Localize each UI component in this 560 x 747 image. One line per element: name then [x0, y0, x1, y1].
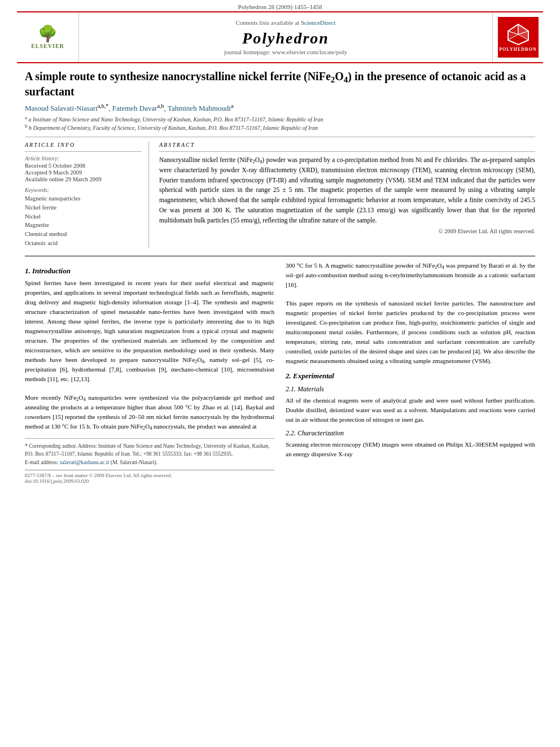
elsevier-label: ELSEVIER [31, 43, 64, 49]
homepage-text: journal homepage: www.elsevier.com/locat… [224, 49, 347, 55]
keywords-list: Magnetic nanoparticles Nickel ferrite Ni… [25, 194, 142, 248]
elsevier-logo: 🌳 ELSEVIER [17, 12, 79, 62]
keyword-3: Nickel [25, 212, 142, 221]
divider1 [25, 151, 142, 152]
journal-homepage: journal homepage: www.elsevier.com/locat… [224, 49, 347, 55]
bottom-line2: doi:10.1016/j.poly.2009.03.020 [25, 478, 274, 484]
footnote-email-line: E-mail address: salavati@kashanu.ac.ir (… [25, 458, 274, 466]
body-right-col: 300 °C for 5 h. A magnetic nanocrystalli… [286, 261, 535, 484]
materials-subsection-title: 2.1. Materials [286, 385, 535, 394]
author1-sup: a,b,* [98, 103, 108, 109]
bottom-line1: 0277-5387/$ – see front matter © 2009 El… [25, 473, 274, 478]
divider2 [159, 151, 535, 152]
body-left-col: 1. Introduction Spinel ferrites have bee… [25, 261, 274, 484]
intro-section-title: 1. Introduction [25, 267, 274, 276]
author2-sup: a,b [158, 103, 164, 109]
authors-line: Masoud Salavati-Niasaria,b,*, Fatemeh Da… [25, 104, 535, 113]
footnotes: * Corresponding author. Address: Institu… [25, 438, 274, 466]
characterization-subsection-title: 2.2. Characterization [286, 429, 535, 438]
author3-sup: a [231, 103, 233, 109]
citation-bar: Polyhedron 28 (2009) 1455–1458 [0, 0, 560, 11]
article-info-col: ARTICLE INFO Article history: Received 5… [25, 142, 149, 248]
citation-text: Polyhedron 28 (2009) 1455–1458 [238, 3, 322, 10]
email-label: E-mail address: [25, 460, 60, 465]
polyhedron-shape-icon [507, 23, 530, 46]
journal-header: 🌳 ELSEVIER Contents lists available at S… [17, 11, 543, 63]
keyword-5: Chemical method [25, 230, 142, 239]
intro-para2: More recently NiFe2O4 nanoparticles were… [25, 393, 274, 431]
polyhedron-logo-label: POLYHEDRON [499, 47, 537, 52]
article-info-abstract: ARTICLE INFO Article history: Received 5… [25, 137, 535, 248]
keywords-label: Keywords: [25, 187, 142, 193]
experimental-section-title: 2. Experimental [286, 372, 535, 381]
right-para-continuation: 300 °C for 5 h. A magnetic nanocrystalli… [286, 261, 535, 290]
copyright-text: © 2009 Elsevier Ltd. All rights reserved… [159, 228, 535, 234]
materials-text: All of the chemical reagents were of ana… [286, 396, 535, 425]
right-para-main: This paper reports on the synthesis of n… [286, 299, 535, 366]
journal-title: Polyhedron [242, 29, 329, 47]
abstract-label: ABSTRACT [159, 142, 535, 148]
page: Polyhedron 28 (2009) 1455–1458 🌳 ELSEVIE… [0, 0, 560, 747]
article-history-label: Article history: [25, 155, 142, 161]
available-date: Available online 29 March 2009 [25, 176, 142, 182]
elsevier-tree-icon: 🌳 [38, 26, 58, 42]
keyword-2: Nickel ferrite [25, 203, 142, 212]
footnote-corresponding: * Corresponding author. Address: Institu… [25, 442, 274, 458]
affiliation-b: b Department of Chemistry, Faculty of Sc… [29, 125, 318, 131]
bottom-notice: 0277-5387/$ – see front matter © 2009 El… [25, 470, 274, 484]
keyword-4: Magnetite [25, 221, 142, 230]
received-date: Received 5 October 2008 [25, 163, 142, 169]
journal-center: Contents lists available at ScienceDirec… [79, 12, 492, 62]
sciencedirect-link[interactable]: ScienceDirect [301, 19, 336, 26]
affiliation-a: a Institute of Nano Science and Nano Tec… [29, 116, 323, 123]
characterization-text: Scanning electron microscopy (SEM) image… [286, 440, 535, 459]
author1-name: Masoud Salavati-Niasari [25, 104, 98, 112]
author3-name: Tahmineh Mahmoudi [168, 104, 231, 112]
affiliations: a a Institute of Nano Science and Nano T… [25, 115, 535, 132]
email-author: (M. Salavati-Niasari). [110, 460, 158, 465]
intro-para1: Spinel ferrites have been investigated i… [25, 278, 274, 385]
polyhedron-logo-box: POLYHEDRON [492, 12, 543, 62]
author2-name: Fatemeh Davar [112, 104, 158, 112]
accepted-date: Accepted 9 March 2009 [25, 169, 142, 176]
abstract-text: Nanocrystalline nickel ferrite (NiFe2O4)… [159, 155, 535, 226]
body-content: 1. Introduction Spinel ferrites have bee… [25, 256, 535, 484]
main-content: A simple route to synthesize nanocrystal… [0, 63, 560, 493]
article-title: A simple route to synthesize nanocrystal… [25, 69, 535, 99]
email-address[interactable]: salavati@kashanu.ac.ir [60, 460, 110, 465]
keyword-1: Magnetic nanoparticles [25, 194, 142, 203]
polyhedron-logo: POLYHEDRON [498, 17, 539, 58]
keyword-6: Octanoic acid [25, 239, 142, 248]
sciencedirect-prefix: Contents lists available at [235, 19, 299, 26]
article-info-label: ARTICLE INFO [25, 142, 142, 148]
abstract-col: ABSTRACT Nanocrystalline nickel ferrite … [159, 142, 535, 248]
sciencedirect-line: Contents lists available at ScienceDirec… [235, 19, 335, 26]
